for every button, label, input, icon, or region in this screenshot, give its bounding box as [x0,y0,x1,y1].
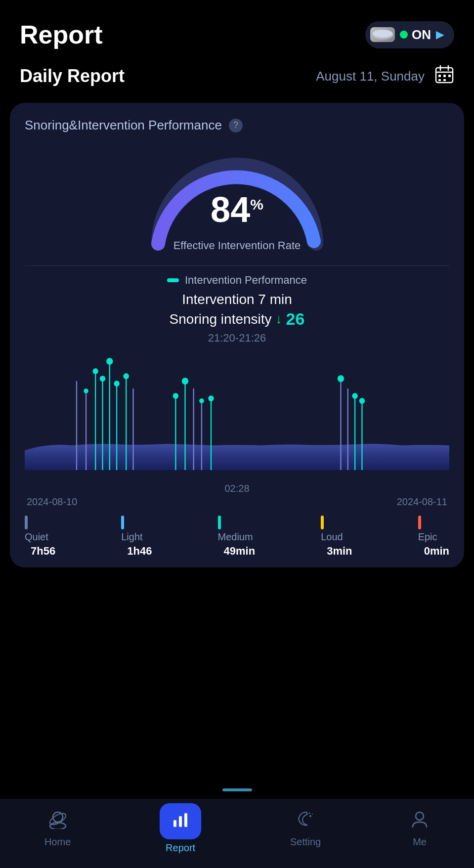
performance-card: Snoring&Intervention Performance ? 84% E… [10,103,464,567]
svg-rect-44 [173,820,176,827]
card-header: Snoring&Intervention Performance ? [25,118,449,133]
svg-point-1 [373,30,392,38]
nav-label-setting: Setting [290,836,321,848]
svg-point-38 [338,375,344,382]
medium-label: Medium [218,531,253,543]
epic-value: 0min [424,545,449,558]
svg-point-21 [92,368,98,374]
snoring-label: Snoring intensity [170,311,272,327]
svg-rect-10 [443,79,446,81]
intervention-label: Intervention 7 min [25,292,449,307]
svg-point-50 [416,812,424,820]
stats-time: 21:20-21:26 [25,332,449,345]
svg-rect-46 [184,813,187,827]
on-indicator: ON [400,27,431,43]
snoring-row: Snoring intensity ↓ 26 [25,309,449,329]
svg-point-49 [312,814,313,815]
svg-rect-9 [438,79,441,81]
stats-block: Intervention 7 min Snoring intensity ↓ 2… [25,292,449,329]
loud-value: 3min [327,545,352,558]
chart-date-right: 2024-08-11 [397,496,447,508]
card-title: Snoring&Intervention Performance [25,118,222,133]
help-icon[interactable]: ? [229,119,243,132]
report-icon [172,812,189,832]
svg-point-32 [208,395,214,401]
scroll-indicator [222,788,252,791]
calendar-icon[interactable] [434,64,454,88]
svg-point-40 [359,398,365,404]
svg-point-47 [309,815,311,817]
loud-label: Loud [321,531,343,543]
header: Report ON ▶ [0,0,474,59]
svg-point-19 [106,358,113,365]
svg-point-24 [123,373,129,379]
loud-indicator [321,516,324,529]
snoring-type-light: Light 1h46 [121,516,152,558]
chart-date-row: 2024-08-10 2024-08-11 [25,496,449,508]
home-icon [48,809,68,833]
light-indicator [121,516,124,529]
gauge-container: 84% Effective Intervention Rate [25,145,449,254]
gauge-value: 84% [211,192,263,227]
date-label: August 11, Sunday [316,69,425,84]
svg-rect-7 [443,75,446,77]
play-icon[interactable]: ▶ [436,28,444,41]
gauge-number: 84% [211,190,263,229]
quiet-value: 7h56 [31,545,55,558]
chart-date-left: 2024-08-10 [27,496,77,508]
svg-point-33 [199,398,204,403]
svg-point-30 [182,378,188,385]
svg-point-23 [114,381,119,387]
nav-item-setting[interactable]: Setting [290,809,321,848]
daily-report-label: Daily Report [20,66,125,87]
nav-item-report[interactable]: Report [160,803,201,854]
legend-dot [167,278,179,282]
nav-label-report: Report [166,842,195,854]
power-dot [400,31,408,39]
svg-point-31 [173,393,178,399]
snoring-legend: Quiet 7h56 Light 1h46 Medium 49min Loud … [25,516,449,558]
status-badge[interactable]: ON ▶ [365,21,454,48]
legend-text: Intervention Performance [185,274,307,287]
svg-rect-45 [179,816,182,827]
device-icon [370,27,395,42]
svg-point-20 [100,376,105,382]
chart-svg [25,351,449,480]
svg-point-22 [84,389,88,393]
gauge-label: Effective Intervention Rate [173,239,301,252]
svg-point-48 [309,813,310,814]
epic-indicator [418,516,421,529]
nav-item-home[interactable]: Home [44,809,71,848]
snoring-type-epic: Epic 0min [418,516,449,558]
gauge-percent: % [250,196,263,213]
light-value: 1h46 [127,545,152,558]
epic-label: Epic [418,531,437,543]
bottom-nav: Home Report Setting [0,799,474,868]
quiet-label: Quiet [25,531,48,543]
svg-rect-6 [438,75,441,77]
nav-item-me[interactable]: Me [410,809,430,848]
page-title: Report [20,20,103,49]
nav-label-home: Home [44,836,71,848]
chart-mid-time: 02:28 [25,483,449,494]
snoring-type-loud: Loud 3min [321,516,352,558]
nav-label-me: Me [413,836,427,848]
snoring-value: 26 [286,309,305,329]
date-row: Daily Report August 11, Sunday [0,59,474,103]
snoring-type-medium: Medium 49min [218,516,256,558]
me-icon [410,809,430,833]
svg-point-39 [352,393,357,399]
chart-area [25,351,449,480]
nav-report-bg [160,803,201,839]
setting-icon [296,809,315,833]
svg-rect-8 [448,75,451,77]
on-label: ON [412,27,431,43]
legend-row: Intervention Performance [25,274,449,287]
medium-value: 49min [224,545,256,558]
medium-indicator [218,516,221,529]
snoring-type-quiet: Quiet 7h56 [25,516,55,558]
quiet-indicator [25,516,28,529]
card-divider [25,265,449,266]
light-label: Light [121,531,142,543]
snoring-arrow-icon: ↓ [276,311,282,327]
